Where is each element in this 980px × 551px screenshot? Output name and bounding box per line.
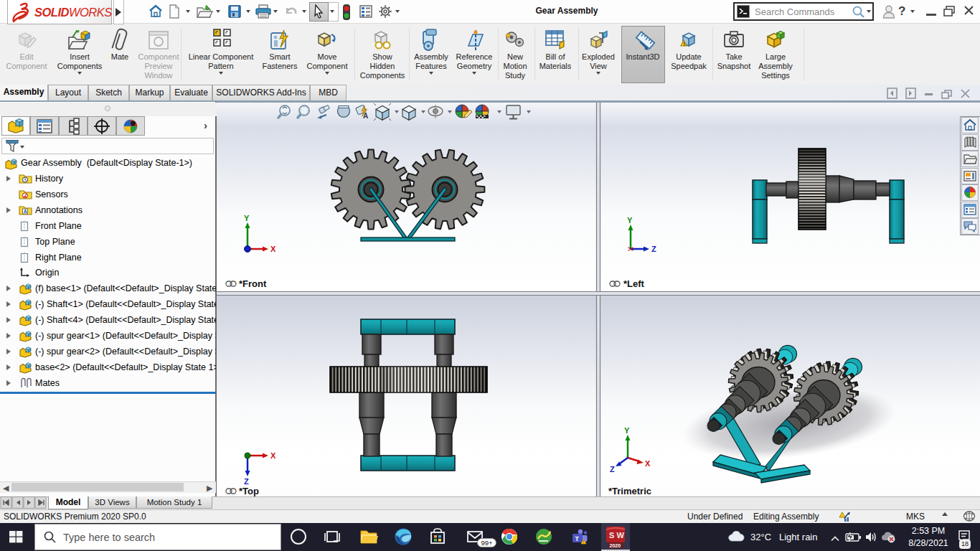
svg-text:!: !: [583, 540, 585, 544]
svg-text:!: !: [684, 42, 685, 47]
svg-text:Y: Y: [244, 214, 250, 222]
svg-text:*Trimetric: *Trimetric: [608, 486, 651, 496]
svg-text:A: A: [363, 112, 368, 120]
svg-text:T: T: [575, 535, 580, 542]
svg-text:*Top: *Top: [239, 486, 259, 496]
svg-text:X: X: [645, 459, 651, 468]
svg-text:Z: Z: [610, 465, 615, 474]
svg-text:2020: 2020: [610, 543, 621, 548]
svg-text:Z: Z: [244, 477, 249, 486]
svg-text:A: A: [24, 209, 27, 214]
svg-text:Y: Y: [627, 216, 633, 225]
svg-text:S W: S W: [609, 531, 624, 540]
svg-text:Y: Y: [624, 426, 630, 435]
svg-text:*Left: *Left: [623, 278, 645, 289]
svg-text:Z: Z: [651, 245, 656, 253]
svg-text:*Front: *Front: [239, 278, 267, 289]
svg-text:X: X: [270, 245, 276, 253]
svg-text:X: X: [270, 451, 276, 460]
